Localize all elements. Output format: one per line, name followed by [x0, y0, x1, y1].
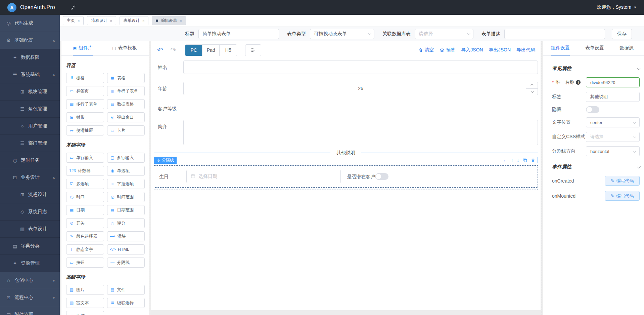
- library-component[interactable]: ≡ 下拉选项: [107, 179, 145, 189]
- export-code-button[interactable]: 导出代码: [516, 47, 535, 53]
- page-tab[interactable]: 编辑表单 ×: [152, 16, 186, 25]
- intro-textarea[interactable]: [183, 120, 538, 145]
- library-component[interactable]: ⠿ 栅格: [66, 73, 104, 83]
- sidebar-item[interactable]: ✦ 数据权限: [0, 49, 60, 66]
- move-left-icon[interactable]: ←: [503, 158, 507, 163]
- library-component[interactable]: ▤ 文件: [107, 285, 145, 295]
- custom-css-select[interactable]: 请选择: [586, 132, 640, 142]
- potential-customer-toggle[interactable]: [375, 173, 388, 180]
- close-tab-icon[interactable]: ×: [110, 19, 112, 23]
- step-up-icon[interactable]: [526, 82, 538, 89]
- library-component[interactable]: ⊙ 开关: [66, 218, 104, 228]
- divider-component[interactable]: 其他说明: [154, 150, 538, 156]
- import-json-button[interactable]: 导入JSON: [461, 47, 483, 53]
- library-component[interactable]: ▭ 卡片: [107, 125, 145, 135]
- library-component[interactable]: ▤ 日期范围: [107, 205, 145, 215]
- sidebar-item[interactable]: ☰ 角色管理: [0, 101, 60, 118]
- age-number-input[interactable]: 26: [183, 82, 538, 95]
- tab-component-settings[interactable]: 组件设置: [551, 45, 570, 55]
- library-component[interactable]: ▦ 表格: [107, 73, 145, 83]
- library-component[interactable]: ◷ 时间: [66, 192, 104, 202]
- name-input[interactable]: [183, 61, 538, 74]
- sidebar-collapse-icon[interactable]: [71, 5, 76, 10]
- library-component[interactable]: ▥ 富文本: [66, 298, 104, 308]
- library-component[interactable]: ▨ 图片: [66, 285, 104, 295]
- library-component[interactable]: ⊞ 树形: [66, 112, 104, 122]
- sidebar-item[interactable]: ◇ 系统日志: [0, 203, 60, 221]
- page-tab[interactable]: 主页 ×: [63, 16, 84, 25]
- hidden-toggle[interactable]: [586, 106, 599, 113]
- sidebar-item[interactable]: ▥ 表单设计: [0, 221, 60, 238]
- selected-grid-row[interactable]: 生日 选择日期 是否潜在客户: [154, 165, 538, 190]
- step-down-icon[interactable]: [526, 89, 538, 95]
- library-component[interactable]: ▢ 多行输入: [107, 153, 145, 163]
- sidebar-item[interactable]: ⌂ 仓储中心 ∨: [0, 272, 60, 289]
- save-button[interactable]: 保存: [612, 29, 632, 39]
- unique-name-input[interactable]: divider94220: [586, 77, 640, 87]
- library-component[interactable]: ⊟ 插槽: [66, 311, 104, 315]
- sidebar-item[interactable]: ○ 用户管理: [0, 118, 60, 135]
- close-tab-icon[interactable]: ×: [142, 19, 144, 23]
- tab-form-templates[interactable]: ▢ 表单模板: [112, 45, 137, 55]
- library-component[interactable]: ▦ 多行子表单: [66, 99, 104, 109]
- library-component[interactable]: ≣ 级联选择: [107, 298, 145, 308]
- library-component[interactable]: ☑ 多选项: [66, 179, 104, 189]
- device-tab[interactable]: H5: [220, 45, 237, 56]
- library-component[interactable]: ✎ 颜色选择器: [66, 231, 104, 241]
- library-component[interactable]: ▤ 数据表格: [107, 99, 145, 109]
- sidebar-item[interactable]: ◷ 定时任务: [0, 152, 60, 169]
- library-component[interactable]: 123 计数器: [66, 166, 104, 176]
- export-json-button[interactable]: 导出JSON: [489, 47, 511, 53]
- library-component[interactable]: ▥ 单行子表单: [107, 86, 145, 96]
- library-component[interactable]: ▭ 按钮: [66, 258, 104, 268]
- tab-form-settings[interactable]: 表单设置: [585, 45, 604, 55]
- sidebar-item[interactable]: ☰ 系统基础 ∧: [0, 66, 60, 83]
- device-tab[interactable]: Pad: [202, 45, 220, 56]
- birthday-date-picker[interactable]: 选择日期: [186, 170, 341, 183]
- library-component[interactable]: ▭ 标签页: [66, 86, 104, 96]
- close-tab-icon[interactable]: ×: [180, 19, 182, 23]
- text-position-select[interactable]: center: [586, 117, 640, 127]
- move-down-icon[interactable]: ↓: [517, 158, 519, 163]
- event-props-section-header[interactable]: 事件属性: [552, 164, 640, 170]
- sidebar-item[interactable]: ▤ 字典分类: [0, 238, 60, 255]
- move-up-icon[interactable]: ↑: [511, 158, 513, 163]
- form-desc-input[interactable]: [504, 29, 605, 39]
- sidebar-item[interactable]: ☰ 部门管理: [0, 135, 60, 152]
- tab-component-library[interactable]: ▣ 组件库: [73, 45, 93, 55]
- library-component[interactable]: T 静态文字: [66, 244, 104, 254]
- library-component[interactable]: ▦ 日期: [66, 205, 104, 215]
- library-component[interactable]: ☆ 评分: [107, 218, 145, 228]
- page-tab[interactable]: 表单设计 ×: [120, 16, 148, 25]
- sidebar-item[interactable]: ⚙ 基础配置 ∧: [0, 32, 60, 49]
- selected-component-bar[interactable]: 分隔线 ← ↑ ↓: [154, 157, 538, 163]
- tag-input[interactable]: 其他说明: [586, 92, 640, 102]
- copy-icon[interactable]: [523, 158, 527, 162]
- library-component[interactable]: —• 滑块: [107, 231, 145, 241]
- library-component[interactable]: ◱ 弹出窗口: [107, 112, 145, 122]
- library-component[interactable]: — 分隔线: [107, 258, 145, 268]
- sidebar-item[interactable]: ⊡ 流程中心 ∨: [0, 289, 60, 306]
- sidebar-item[interactable]: ◎ 代码生成: [0, 15, 60, 32]
- delete-icon[interactable]: [531, 158, 535, 162]
- edit-code-button[interactable]: ✎ 编写代码: [605, 176, 640, 186]
- divider-direction-select[interactable]: horizontal: [586, 146, 640, 156]
- preview-button[interactable]: 预览: [440, 47, 455, 53]
- library-component[interactable]: ▭ 单行输入: [66, 153, 104, 163]
- close-tab-icon[interactable]: ×: [78, 19, 80, 23]
- sidebar-item[interactable]: ⊞ 模块管理: [0, 83, 60, 101]
- redo-icon[interactable]: ↷: [171, 46, 177, 54]
- user-menu[interactable]: 欢迎您，System ▼: [597, 4, 637, 10]
- drag-handle-chip[interactable]: 分隔线: [154, 157, 177, 164]
- common-props-section-header[interactable]: 常见属性: [552, 65, 640, 72]
- page-tab[interactable]: 流程设计 ×: [87, 16, 116, 25]
- outline-tree-button[interactable]: [245, 44, 261, 56]
- tab-datasource[interactable]: 数据源: [619, 45, 634, 55]
- db-table-select[interactable]: 请选择: [415, 29, 473, 39]
- library-component[interactable]: ◶ 时间范围: [107, 192, 145, 202]
- undo-icon[interactable]: ↶: [157, 46, 163, 54]
- library-component[interactable]: </> HTML: [107, 244, 145, 254]
- sidebar-item[interactable]: ✦ 资源管理: [0, 255, 60, 272]
- library-component[interactable]: ◉ 单选项: [107, 166, 145, 176]
- edit-code-button[interactable]: ✎ 编写代码: [605, 191, 640, 201]
